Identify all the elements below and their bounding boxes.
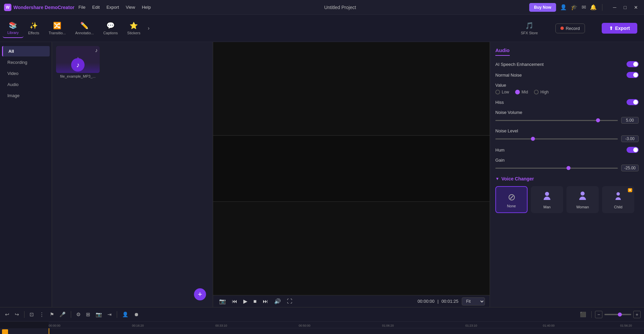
record-timeline-button[interactable]: ⏺ bbox=[132, 310, 141, 318]
radio-mid-circle bbox=[515, 90, 520, 94]
media-file-item[interactable]: ♪ ♪ ♪ file_example_MP3_... bbox=[56, 46, 100, 78]
step-forward-button[interactable]: ⏭ bbox=[261, 297, 269, 306]
redo-button[interactable]: ↪ bbox=[13, 310, 21, 319]
value-label: Value bbox=[495, 83, 639, 88]
timeline-zoom: − + bbox=[595, 311, 641, 318]
export-timeline-button[interactable]: ⇥ bbox=[106, 310, 113, 319]
notification-icon[interactable]: ✉ bbox=[582, 4, 586, 10]
radio-mid-label: Mid bbox=[522, 90, 528, 94]
toolbar-annotations[interactable]: ✏️ Annotatio... bbox=[70, 19, 99, 38]
sidebar-item-image[interactable]: Image bbox=[2, 90, 50, 101]
time-separator: | bbox=[437, 299, 438, 304]
marker-button[interactable]: ⚑ bbox=[48, 310, 56, 319]
header-separator bbox=[602, 4, 602, 11]
sidebar-item-audio[interactable]: Audio bbox=[2, 79, 50, 90]
minimize-button[interactable]: ─ bbox=[611, 4, 618, 11]
play-button[interactable]: ▶ bbox=[242, 297, 249, 306]
voice-changer-title: Voice Changer bbox=[501, 176, 534, 181]
snapshot-button[interactable]: 📷 bbox=[94, 310, 104, 319]
track-label-bar bbox=[2, 329, 8, 334]
radio-mid[interactable]: Mid bbox=[515, 90, 528, 94]
preview-block-3 bbox=[213, 202, 490, 295]
graduation-icon[interactable]: 🎓 bbox=[571, 4, 578, 10]
toolbar-library[interactable]: 📚 Library bbox=[3, 18, 23, 38]
split-button[interactable]: ⋮ bbox=[38, 310, 46, 319]
project-title: Untitled Project bbox=[155, 5, 525, 10]
voice-card-child[interactable]: ♥ Child bbox=[602, 186, 634, 213]
ai-speech-toggle[interactable] bbox=[627, 61, 639, 67]
menu-file[interactable]: File bbox=[79, 5, 86, 10]
zoom-out-button[interactable]: − bbox=[595, 311, 602, 318]
menu-help[interactable]: Help bbox=[142, 5, 151, 10]
hiss-toggle[interactable] bbox=[627, 99, 639, 105]
menu-edit[interactable]: Edit bbox=[92, 5, 100, 10]
voice-card-none[interactable]: ⊘ None bbox=[495, 186, 528, 213]
track-button[interactable]: ⊞ bbox=[84, 310, 92, 319]
buy-now-button[interactable]: Buy Now bbox=[529, 3, 556, 12]
undo-button[interactable]: ↩ bbox=[3, 310, 11, 319]
fit-select[interactable]: Fit 25% 50% 75% 100% bbox=[462, 297, 485, 305]
sfx-store-icon: 🎵 bbox=[525, 22, 534, 30]
add-media-button[interactable]: + bbox=[194, 288, 206, 300]
user-icon[interactable]: 👤 bbox=[560, 4, 567, 10]
library-icon: 📚 bbox=[9, 21, 17, 29]
noise-volume-slider[interactable] bbox=[495, 120, 618, 121]
toolbar-captions[interactable]: 💬 Captions bbox=[99, 19, 122, 38]
noise-level-slider[interactable] bbox=[495, 138, 618, 139]
voice-card-woman[interactable]: Woman bbox=[566, 186, 599, 213]
screenshot-button[interactable]: 📷 bbox=[218, 297, 227, 306]
effects-timeline-button[interactable]: ⚙ bbox=[75, 310, 82, 319]
toolbar-transitions[interactable]: 🔀 Transitio... bbox=[44, 19, 70, 38]
gain-slider[interactable] bbox=[495, 168, 618, 169]
normal-noise-row: Normal Noise bbox=[495, 72, 639, 78]
effects-icon: ✨ bbox=[30, 22, 38, 30]
sidebar-item-video[interactable]: Video bbox=[2, 68, 50, 79]
ruler-tick-6: 01:40:00 bbox=[543, 324, 554, 327]
zoom-in-button[interactable]: + bbox=[633, 311, 641, 318]
voice-changer-header: ▼ Voice Changer bbox=[495, 176, 639, 181]
sidebar-item-recording[interactable]: Recording bbox=[2, 57, 50, 68]
menu-view[interactable]: View bbox=[126, 5, 135, 10]
svg-point-2 bbox=[616, 192, 620, 196]
radio-low[interactable]: Low bbox=[495, 90, 509, 94]
zoom-track[interactable] bbox=[604, 314, 631, 315]
close-button[interactable]: ✕ bbox=[632, 4, 640, 11]
sidebar-video-label: Video bbox=[7, 71, 18, 76]
normal-noise-toggle[interactable] bbox=[627, 72, 639, 78]
toolbar-stickers[interactable]: ⭐ Stickers bbox=[122, 19, 145, 38]
hum-toggle[interactable] bbox=[627, 147, 639, 153]
timeline-ruler: 00:00:00 00:16:20 00:33:10 00:50:00 01:0… bbox=[49, 322, 644, 328]
noise-level-slider-container: -3.00 bbox=[495, 135, 639, 142]
gain-value: -25.00 bbox=[621, 165, 639, 171]
maximize-button[interactable]: □ bbox=[622, 4, 629, 11]
preview-block-2 bbox=[213, 136, 490, 202]
toolbar-more[interactable]: › bbox=[145, 23, 152, 34]
toolbar-sfx-store[interactable]: 🎵 SFX Store bbox=[516, 19, 543, 38]
voice-woman-icon bbox=[577, 191, 588, 204]
export-button[interactable]: ⬆ Export bbox=[602, 23, 637, 34]
ruler-inner: 00:00:00 00:16:20 00:33:10 00:50:00 01:0… bbox=[49, 322, 644, 328]
mic-button[interactable]: 🎤 bbox=[58, 310, 67, 319]
voice-child-icon bbox=[613, 191, 624, 204]
stop-button[interactable]: ■ bbox=[252, 297, 258, 306]
bell-icon[interactable]: 🔔 bbox=[590, 4, 597, 10]
menu-export[interactable]: Export bbox=[106, 5, 119, 10]
hiss-label: Hiss bbox=[495, 100, 504, 105]
crop-button[interactable]: ⊡ bbox=[28, 310, 36, 319]
fullscreen-button[interactable]: ⛶ bbox=[286, 297, 294, 306]
track-row bbox=[0, 328, 644, 334]
sidebar-item-all[interactable]: All bbox=[2, 46, 50, 56]
step-back-button[interactable]: ⏮ bbox=[231, 297, 239, 306]
playhead bbox=[49, 328, 49, 334]
voice-card-man[interactable]: Man bbox=[531, 186, 563, 213]
app-name: Wondershare DemoCreator bbox=[13, 5, 75, 10]
audio-tab[interactable]: Audio bbox=[495, 47, 510, 56]
toolbar-effects[interactable]: ✨ Effects bbox=[23, 19, 44, 38]
avatar-button[interactable]: 👤 bbox=[120, 310, 130, 319]
normal-noise-label: Normal Noise bbox=[495, 73, 522, 78]
record-button[interactable]: Record bbox=[555, 24, 585, 33]
noise-volume-value: 5.00 bbox=[621, 117, 639, 124]
radio-high[interactable]: High bbox=[534, 90, 549, 94]
volume-button[interactable]: 🔊 bbox=[273, 297, 282, 306]
caption-button[interactable]: ⬛ bbox=[578, 310, 588, 319]
